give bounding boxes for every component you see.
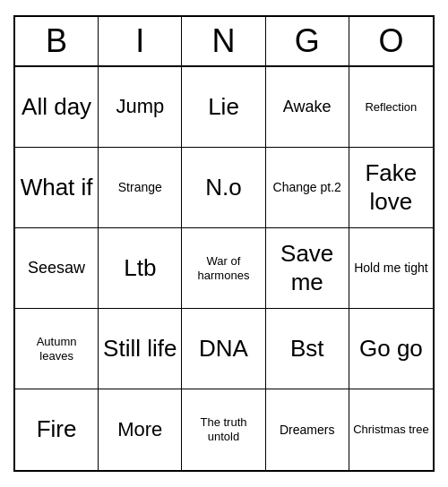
cell-text: More bbox=[117, 418, 162, 441]
cell-text: All day bbox=[22, 93, 91, 121]
cell-text: Strange bbox=[118, 180, 162, 195]
cell-r2-c2: War of harmones bbox=[182, 228, 265, 309]
header-letter-o: O bbox=[349, 17, 433, 65]
cell-r2-c4: Hold me tight bbox=[349, 228, 433, 309]
cell-r4-c0: Fire bbox=[15, 389, 99, 470]
cell-text: Dreamers bbox=[280, 423, 334, 438]
cell-r2-c0: Seesaw bbox=[15, 228, 99, 309]
cell-text: Ltb bbox=[124, 254, 156, 282]
cell-r1-c1: Strange bbox=[99, 148, 182, 228]
cell-r1-c0: What if bbox=[15, 148, 99, 228]
cell-text: War of harmones bbox=[185, 254, 261, 282]
header-letter-b: B bbox=[15, 17, 99, 65]
header-letter-g: G bbox=[266, 17, 349, 65]
cell-text: Christmas tree bbox=[353, 423, 429, 437]
cell-text: Go go bbox=[359, 335, 423, 363]
cell-text: DNA bbox=[199, 335, 248, 363]
cell-r3-c2: DNA bbox=[182, 309, 265, 389]
cell-text: Hold me tight bbox=[354, 261, 427, 276]
cell-text: Fake love bbox=[353, 159, 429, 215]
cell-text: What if bbox=[21, 174, 93, 201]
bingo-header: BINGO bbox=[15, 17, 433, 67]
cell-r0-c0: All day bbox=[15, 67, 99, 148]
cell-r0-c4: Reflection bbox=[349, 67, 433, 148]
cell-text: Autumn leaves bbox=[19, 335, 94, 363]
cell-r4-c3: Dreamers bbox=[266, 389, 349, 470]
cell-r0-c1: Jump bbox=[99, 67, 182, 148]
cell-r3-c3: Bst bbox=[266, 309, 349, 389]
cell-text: The truth untold bbox=[185, 415, 261, 443]
cell-text: Seesaw bbox=[28, 259, 85, 278]
cell-r3-c1: Still life bbox=[99, 309, 182, 389]
cell-text: Change pt.2 bbox=[273, 180, 341, 195]
cell-r3-c0: Autumn leaves bbox=[15, 309, 99, 389]
cell-text: Save me bbox=[270, 240, 345, 295]
cell-text: Jump bbox=[116, 95, 164, 118]
cell-text: Bst bbox=[290, 335, 324, 363]
header-letter-n: N bbox=[182, 17, 265, 65]
cell-text: Awake bbox=[283, 98, 332, 117]
bingo-card: BINGO All dayJumpLieAwakeReflectionWhat … bbox=[13, 15, 435, 472]
bingo-grid: All dayJumpLieAwakeReflectionWhat ifStra… bbox=[15, 67, 433, 470]
cell-r1-c4: Fake love bbox=[349, 148, 433, 228]
cell-text: N.o bbox=[205, 174, 241, 201]
cell-r2-c3: Save me bbox=[266, 228, 349, 309]
header-letter-i: I bbox=[99, 17, 182, 65]
cell-r4-c2: The truth untold bbox=[182, 389, 265, 470]
cell-r4-c4: Christmas tree bbox=[349, 389, 433, 470]
cell-r0-c2: Lie bbox=[182, 67, 265, 148]
cell-r3-c4: Go go bbox=[349, 309, 433, 389]
cell-text: Still life bbox=[103, 335, 177, 363]
cell-text: Reflection bbox=[365, 100, 417, 115]
cell-r4-c1: More bbox=[99, 389, 182, 470]
cell-r0-c3: Awake bbox=[266, 67, 349, 148]
cell-r2-c1: Ltb bbox=[99, 228, 182, 309]
cell-text: Fire bbox=[37, 415, 77, 443]
cell-text: Lie bbox=[208, 93, 239, 121]
cell-r1-c3: Change pt.2 bbox=[266, 148, 349, 228]
cell-r1-c2: N.o bbox=[182, 148, 265, 228]
